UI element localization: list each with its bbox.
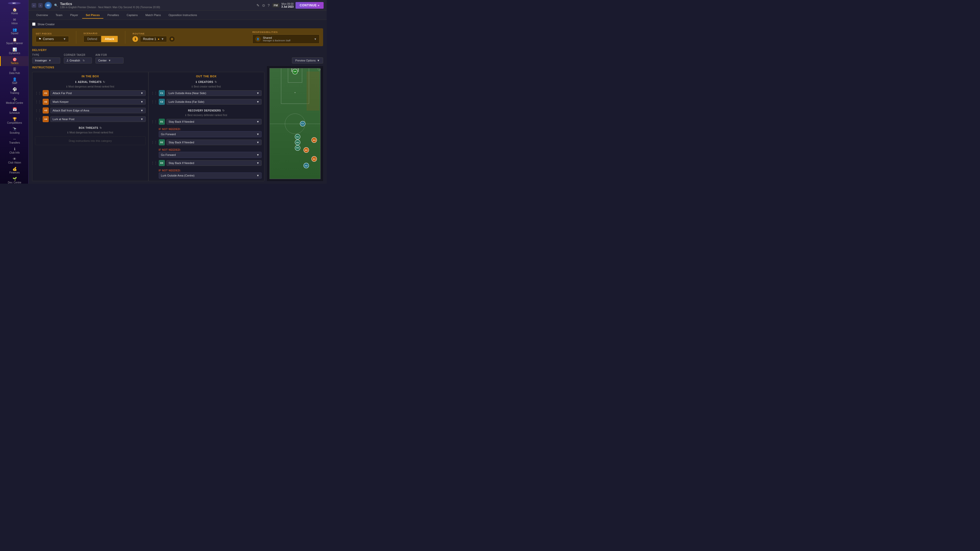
help-circle-button[interactable]: ⊙ (262, 3, 265, 7)
tab-team[interactable]: Team (52, 12, 66, 19)
responsibilities-label: RESPONSIBILITIES (252, 31, 320, 33)
club-logo: MC (8, 2, 21, 4)
instr-select-a4[interactable]: Lurk at Near Post ▼ (50, 116, 146, 122)
if-not-select-d1[interactable]: Go Forward ▼ (159, 131, 262, 137)
aim-for-select[interactable]: Center ▼ (95, 57, 124, 64)
delivery-row: TYPE Inswinger ▼ CORNER TAKER J. Grealis… (32, 54, 323, 64)
drag-handle-a4[interactable]: ⋮⋮ (35, 118, 41, 121)
sidebar-item-training[interactable]: ⚽Training (0, 86, 28, 96)
instr-select-a3[interactable]: Attack Ball from Edge of Area ▼ (50, 108, 146, 113)
scenario-defend-button[interactable]: Defend (83, 36, 101, 42)
instr-chevron-c1: ▼ (256, 92, 259, 95)
routine-select[interactable]: Routine 1 ● ▼ (140, 36, 167, 42)
delivery-type-select[interactable]: Inswinger ▼ (32, 57, 60, 64)
instr-select-a2[interactable]: Mark Keeper ▼ (50, 99, 146, 105)
preview-options-label: Preview Options (295, 59, 316, 62)
tab-player[interactable]: Player (67, 12, 82, 19)
tab-match-plans[interactable]: Match Plans (142, 12, 165, 19)
badge-a1: A1 (43, 90, 49, 96)
sidebar-item-squad[interactable]: 👥Squad (0, 26, 28, 36)
competitions-icon: 🏆 (13, 118, 17, 121)
tab-captains[interactable]: Captains (123, 12, 141, 19)
topbar-icons: ✎ ⊙ ? FM (256, 3, 280, 7)
sidebar-item-staff[interactable]: 👤Staff (0, 76, 28, 86)
sidebar-item-scouting[interactable]: 🔭Scouting (0, 126, 28, 136)
tab-overview[interactable]: Overview (33, 12, 52, 19)
drag-handle-c1[interactable]: ⋮⋮ (151, 91, 157, 95)
show-creator-checkbox[interactable] (32, 22, 35, 26)
instr-select-d3[interactable]: Stay Back If Needed ▼ (166, 160, 262, 166)
sidebar-label-dynamics: Dynamics (9, 52, 20, 55)
sidebar-item-club-info[interactable]: ℹClub Info (0, 146, 28, 156)
routine-number: 1 (132, 36, 138, 42)
nav-back-button[interactable]: ‹ (32, 3, 36, 8)
nav-forward-button[interactable]: › (38, 3, 43, 8)
drag-handle-d2[interactable]: ⋮⋮ (151, 141, 157, 144)
tab-opposition[interactable]: Opposition Instructions (165, 12, 200, 19)
aerial-threats-refresh[interactable]: ↻ (103, 80, 105, 84)
sidebar-item-transfers[interactable]: ↔Transfers (0, 136, 28, 146)
routine-add-button[interactable]: + (169, 36, 175, 42)
sidebar-item-dev-centre[interactable]: 🌱Dev. Centre (0, 176, 28, 184)
box-threats-refresh[interactable]: ↻ (100, 126, 102, 130)
if-not-select-d2[interactable]: Go Forward ▼ (159, 152, 262, 158)
question-mark-button[interactable]: ? (268, 3, 270, 7)
aim-for-chevron: ▼ (108, 59, 111, 62)
continue-button[interactable]: CONTINUE » (296, 2, 324, 9)
sidebar-label-schedule: Schedule (9, 111, 20, 114)
scenario-attack-button[interactable]: Attack (101, 36, 118, 42)
sidebar-item-tactics[interactable]: 🎯Tactics (0, 56, 28, 66)
sidebar-item-squad-planner[interactable]: 📋Squad Planner (0, 36, 28, 46)
recovery-row-d3: ⋮⋮ D3 Stay Back If Needed ▼ (151, 159, 262, 167)
config-divider-1 (76, 31, 76, 44)
responsibilities-select[interactable]: 👤 Shared Manager & Backroom Staff ▼ (252, 35, 320, 44)
delivery-section: DELIVERY TYPE Inswinger ▼ CORNER TAKER J… (32, 49, 323, 64)
sidebar-item-dynamics[interactable]: 📊Dynamics (0, 46, 28, 56)
drag-handle-c2[interactable]: ⋮⋮ (151, 100, 157, 103)
instr-select-c2[interactable]: Lurk Outside Area (Far Side) ▼ (166, 99, 262, 105)
drag-handle-d1[interactable]: ⋮⋮ (151, 120, 157, 124)
if-not-select-d3[interactable]: Lurk Outside Area (Centre) ▼ (159, 172, 262, 179)
tab-set-pieces[interactable]: Set Pieces (82, 12, 103, 19)
instr-select-d1[interactable]: Stay Back If Needed ▼ (166, 119, 262, 124)
sidebar-label-training: Training (10, 92, 19, 94)
recovery-row-d1: ⋮⋮ D1 Stay Back If Needed ▼ (151, 118, 262, 125)
sidebar-item-club-vision[interactable]: 👁Club Vision (0, 156, 28, 165)
sidebar-item-competitions[interactable]: 🏆Competitions (0, 116, 28, 126)
sidebar-item-medical[interactable]: ➕Medical Centre (0, 96, 28, 106)
dev-centre-icon: 🌱 (13, 177, 17, 181)
sidebar-item-schedule[interactable]: 📅Schedule (0, 106, 28, 116)
instr-chevron-a1: ▼ (141, 92, 143, 95)
pitch: GKA1A3A4C1C2D1D2D3 (269, 68, 321, 179)
recovery-refresh[interactable]: ↻ (222, 109, 224, 112)
aerial-threats-hint-text: Most dangerous aerial threat ranked firs… (68, 85, 115, 88)
creators-hint-icon: ℹ (192, 85, 192, 88)
recovery-row-d2: ⋮⋮ D2 Stay Back If Needed ▼ (151, 139, 262, 146)
instr-select-a1[interactable]: Attack Far Post ▼ (50, 90, 146, 96)
drag-handle-a2[interactable]: ⋮⋮ (35, 100, 41, 103)
sidebar-label-data-hub: Data Hub (9, 72, 20, 75)
set-pieces-value: Corners (43, 37, 54, 41)
creators-refresh[interactable]: ↻ (215, 80, 217, 84)
instr-select-c1[interactable]: Lurk Outside Area (Near Side) ▼ (166, 90, 262, 96)
instr-select-d2[interactable]: Stay Back If Needed ▼ (166, 140, 262, 145)
medical-icon: ➕ (13, 97, 17, 101)
sidebar-item-home[interactable]: 🏠Home (0, 6, 28, 16)
preview-options-button[interactable]: Preview Options ▼ (292, 57, 323, 64)
corner-taker-label: CORNER TAKER (64, 54, 92, 56)
instr-value-a3: Attack Ball from Edge of Area (52, 109, 89, 112)
drag-handle-d3[interactable]: ⋮⋮ (151, 161, 157, 165)
instr-chevron-c2: ▼ (256, 100, 259, 103)
aim-for-label: AIM FOR (95, 54, 124, 56)
delivery-type-value: Inswinger (35, 59, 47, 62)
corner-taker-select[interactable]: J. Grealish ↻ (64, 57, 92, 64)
set-pieces-select[interactable]: ⚑ Corners ▼ (36, 36, 69, 42)
tab-penalties[interactable]: Penalties (104, 12, 123, 19)
sidebar-item-data-hub[interactable]: 🗄Data Hub (0, 66, 28, 76)
sidebar-item-finances[interactable]: 💰Finances (0, 165, 28, 176)
instr-value-d2: Stay Back If Needed (169, 141, 194, 144)
sidebar-item-inbox[interactable]: ✉Inbox (0, 16, 28, 26)
drag-handle-a1[interactable]: ⋮⋮ (35, 91, 41, 95)
edit-icon-button[interactable]: ✎ (256, 3, 259, 7)
drag-handle-a3[interactable]: ⋮⋮ (35, 109, 41, 112)
